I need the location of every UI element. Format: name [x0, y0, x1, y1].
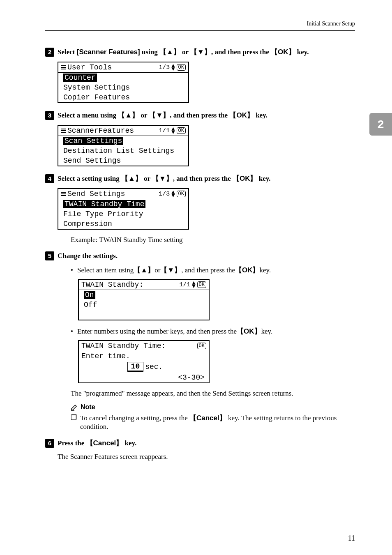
- ok-key: OK: [237, 327, 261, 336]
- ok-key: OK: [271, 48, 295, 56]
- step-instruction: Select [Scanner Features] using ▲ or ▼, …: [58, 47, 309, 57]
- lcd-title-bar: ScannerFeatures 1/1 ▲▼ OK: [58, 126, 188, 136]
- up-key: ▲: [134, 265, 154, 275]
- lcd-row-copier-features: Copier Features: [58, 92, 188, 102]
- note-text: To cancel changing a setting, press the …: [80, 413, 355, 431]
- menu-icon: [61, 65, 66, 69]
- lcd-page-indicator: 1/3: [159, 191, 170, 198]
- lcd-title-left: Send Settings: [61, 190, 125, 198]
- ok-key: OK: [235, 265, 260, 275]
- t: key.: [254, 111, 267, 119]
- lcd-range: <3-30>: [79, 373, 209, 382]
- bullet-enter-numbers: Enter numbers using the number keys, and…: [71, 327, 355, 336]
- t: using: [140, 48, 159, 56]
- ok-badge: OK: [177, 127, 186, 134]
- lcd-row-file-type: File Type Priority: [58, 209, 188, 219]
- down-key: ▼: [190, 48, 211, 56]
- lcd-title-right: 1/3 ▲▼ OK: [159, 191, 186, 198]
- step-number: 3: [45, 111, 54, 120]
- page-number: 11: [348, 534, 355, 543]
- note-label: Note: [81, 403, 95, 411]
- up-key: ▲: [121, 175, 142, 182]
- down-key: ▼: [160, 265, 181, 275]
- lcd-title-bar: User Tools 1/3 ▲▼ OK: [58, 62, 188, 73]
- ok-badge: OK: [177, 191, 186, 197]
- step-head: 6 Press the Cancel key.: [45, 438, 355, 448]
- t: , and then press the: [173, 175, 233, 182]
- lcd-title-text: TWAIN Standby Time:: [81, 342, 166, 350]
- t: , and then press the: [211, 48, 271, 56]
- t: , and then press the: [170, 111, 229, 119]
- lcd-row-send-settings: Send Settings: [58, 156, 188, 166]
- time-unit: sec.: [145, 363, 163, 371]
- scroll-arrows-icon: ▲▼: [192, 281, 195, 288]
- t: key.: [257, 175, 270, 182]
- step-instruction: Change the settings.: [58, 252, 118, 260]
- t: Select a menu using: [58, 111, 118, 119]
- menu-icon: [61, 192, 66, 196]
- ok-badge: OK: [197, 343, 206, 349]
- lcd-title-bar: TWAIN Standby: 1/1 ▲▼ OK: [79, 280, 209, 290]
- ok-badge: OK: [177, 64, 186, 71]
- note-bullet: ❐ To cancel changing a setting, press th…: [71, 413, 355, 431]
- scroll-arrows-icon: ▲▼: [171, 191, 175, 197]
- t: or: [139, 111, 149, 119]
- selected-item: On: [84, 291, 95, 299]
- lcd-row-twain-standby: TWAIN Standby Time: [58, 199, 188, 209]
- ok-key: OK: [229, 111, 254, 119]
- chapter-tab: 2: [369, 113, 392, 136]
- lcd-row-destination-list: Destination List Settings: [58, 146, 188, 156]
- lcd-row-enter-time: Enter time.: [79, 351, 209, 361]
- lcd-page-indicator: 1/1: [179, 281, 190, 288]
- step-number: 2: [45, 48, 54, 57]
- selected-item: Scan Settings: [63, 137, 123, 145]
- step-instruction: Press the Cancel key.: [58, 438, 136, 448]
- page-header: Initial Scanner Setup: [45, 21, 355, 31]
- lcd-twain-standby-time: TWAIN Standby Time: OK Enter time. 10 se…: [78, 340, 210, 383]
- step-head: 3 Select a menu using ▲ or ▼, and then p…: [45, 111, 355, 120]
- lcd-title-text: User Tools: [67, 63, 112, 71]
- lcd-title-bar: TWAIN Standby Time: OK: [79, 341, 209, 351]
- step-6: 6 Press the Cancel key. The Scanner Feat…: [45, 438, 355, 461]
- step-5: 5 Change the settings. Select an item us…: [45, 251, 355, 431]
- lcd-title-right: 1/3 ▲▼ OK: [159, 64, 186, 71]
- bullet-icon: ❐: [71, 413, 77, 431]
- scanner-features-reappears: The Scanner Features screen reappears.: [58, 453, 355, 461]
- menu-icon: [61, 129, 66, 133]
- lcd-scanner-features: ScannerFeatures 1/1 ▲▼ OK Scan Settings …: [58, 125, 189, 166]
- down-key: ▼: [149, 111, 170, 119]
- step-instruction: Select a menu using ▲ or ▼, and then pre…: [58, 111, 267, 120]
- t: , and then press the: [181, 266, 235, 274]
- example-text: Example: TWAIN Standby Time setting: [71, 236, 355, 244]
- step-2: 2 Select [Scanner Features] using ▲ or ▼…: [45, 47, 355, 103]
- t: or: [142, 175, 152, 182]
- up-key: ▲: [118, 111, 139, 119]
- step-number: 4: [45, 174, 54, 183]
- t: Select: [58, 48, 77, 56]
- lcd-title-right: OK: [197, 343, 206, 349]
- bullet-select-item: Select an item using ▲ or ▼, and then pr…: [71, 265, 355, 275]
- step-instruction: Select a setting using ▲ or ▼, and then …: [58, 174, 271, 183]
- cancel-key: Cancel: [86, 439, 123, 447]
- step-number: 6: [45, 439, 54, 448]
- lcd-title-right: 1/1 ▲▼ OK: [179, 281, 206, 288]
- lcd-row-on: On: [79, 290, 209, 300]
- lcd-title-left: User Tools: [61, 63, 112, 71]
- step-3: 3 Select a menu using ▲ or ▼, and then p…: [45, 111, 355, 166]
- lcd-user-tools: User Tools 1/3 ▲▼ OK Counter System Sett…: [58, 62, 189, 103]
- lcd-row-empty: [79, 310, 209, 320]
- ok-key: OK: [233, 175, 257, 182]
- lcd-row-scan-settings: Scan Settings: [58, 136, 188, 146]
- t: Enter numbers using the number keys, and…: [77, 327, 237, 336]
- lcd-title-text: ScannerFeatures: [67, 127, 134, 135]
- programmed-message: The "programmed" message appears, and th…: [71, 389, 355, 398]
- lcd-send-settings: Send Settings 1/3 ▲▼ OK TWAIN Standby Ti…: [58, 188, 189, 230]
- t: To cancel changing a setting, press the: [80, 414, 189, 422]
- t: key.: [295, 48, 309, 56]
- note-heading: Note: [71, 403, 355, 411]
- up-key: ▲: [159, 48, 180, 56]
- lcd-row-system-settings: System Settings: [58, 83, 188, 92]
- lcd-title-bar: Send Settings 1/3 ▲▼ OK: [58, 189, 188, 199]
- lcd-title-right: 1/1 ▲▼ OK: [159, 127, 186, 134]
- t: Press the: [58, 439, 86, 447]
